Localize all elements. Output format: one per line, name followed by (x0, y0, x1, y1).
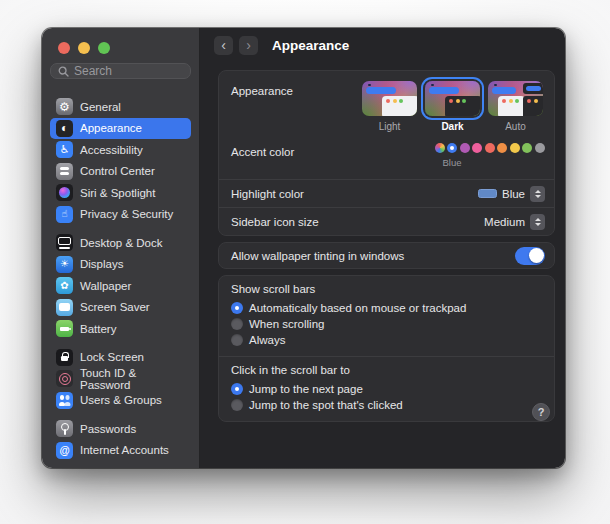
scroll-bars-group: Show scroll bars Automatically based on … (218, 275, 555, 422)
wallpaper-tinting-toggle[interactable] (515, 247, 545, 265)
sidebar-item-label: Desktop & Dock (80, 237, 162, 249)
forward-button[interactable]: › (239, 36, 258, 55)
sidebar-item-label: Internet Accounts (80, 444, 169, 456)
sidebar-item-battery[interactable]: Battery (50, 318, 191, 340)
sidebar-item-label: Privacy & Security (80, 208, 173, 220)
sidebar-item-siri-spotlight[interactable]: Siri & Spotlight (50, 182, 191, 204)
radio-button (231, 318, 243, 330)
appearance-thumbnail-auto (488, 81, 543, 116)
mini-window-light (382, 96, 417, 116)
sidebar-item-accessibility[interactable]: Accessibility (50, 139, 191, 161)
sidebar-item-users-groups[interactable]: Users & Groups (50, 390, 191, 412)
accent-swatch-green[interactable] (522, 143, 532, 153)
minimize-button[interactable] (78, 42, 90, 54)
battery-icon (56, 320, 73, 337)
sidebar-item-privacy-security[interactable]: Privacy & Security (50, 204, 191, 226)
selected-dot (450, 146, 454, 150)
scroll-click-title: Click in the scroll bar to (231, 364, 542, 376)
appearance-theme-row: Appearance LightDarkAuto (219, 71, 554, 133)
show-scroll-bars-title: Show scroll bars (231, 283, 542, 295)
zoom-button[interactable] (98, 42, 110, 54)
dot (502, 99, 506, 103)
wallpaper-tinting-label: Allow wallpaper tinting in windows (231, 250, 404, 262)
show-scroll-bars-section: Show scroll bars Automatically based on … (219, 276, 554, 356)
window-dots (527, 99, 538, 103)
accent-swatch-red[interactable] (485, 143, 495, 153)
sidebar-item-desktop-dock[interactable]: Desktop & Dock (50, 232, 191, 254)
sidebar-item-lock-screen[interactable]: Lock Screen (50, 347, 191, 369)
highlight-color-stepper[interactable] (530, 186, 545, 202)
appearance-option-auto[interactable]: Auto (488, 81, 543, 132)
sidebar-icon-size-stepper[interactable] (530, 214, 545, 230)
accent-swatch-multicolor[interactable] (435, 143, 445, 153)
highlight-color-swatch (478, 189, 497, 198)
accent-swatch-orange[interactable] (497, 143, 507, 153)
dot (386, 99, 390, 103)
dot (462, 99, 466, 103)
appearance-option-dark[interactable]: Dark (425, 81, 480, 132)
mini-window-dark (523, 96, 543, 116)
radio-button (231, 302, 243, 314)
sidebar-item-touch-id-password[interactable]: Touch ID & Password (50, 368, 191, 390)
sidebar-item-control-center[interactable]: Control Center (50, 161, 191, 183)
sidebar-item-displays[interactable]: Displays (50, 254, 191, 276)
sidebar-item-internet-accounts[interactable]: Internet Accounts (50, 440, 191, 462)
search-icon (58, 66, 69, 77)
sidebar-item-general[interactable]: General (50, 96, 191, 118)
theme-option-label: Light (362, 121, 417, 132)
search-input[interactable] (74, 64, 183, 78)
sidebar: GeneralAppearanceAccessibilityControl Ce… (42, 28, 200, 468)
appearance-thumbnail-light (362, 81, 417, 116)
close-button[interactable] (58, 42, 70, 54)
radio-option-when-scrolling[interactable]: When scrolling (231, 316, 542, 332)
search-field[interactable] (50, 63, 191, 79)
radio-option-automatically-based-on-mouse-or-trackpad[interactable]: Automatically based on mouse or trackpad (231, 300, 542, 316)
accent-swatch-graphite[interactable] (535, 143, 545, 153)
radio-option-label: Automatically based on mouse or trackpad (249, 302, 466, 314)
accent-swatch-pink[interactable] (472, 143, 482, 153)
sidebar-item-label: Passwords (80, 423, 136, 435)
back-button[interactable]: ‹ (214, 36, 233, 55)
accent-swatch-purple[interactable] (460, 143, 470, 153)
privacy-hand-icon (56, 206, 73, 223)
sidebar-item-label: Accessibility (80, 144, 143, 156)
sidebar-item-appearance[interactable]: Appearance (50, 118, 191, 140)
sidebar-item-screen-saver[interactable]: Screen Saver (50, 297, 191, 319)
accent-swatch-yellow[interactable] (510, 143, 520, 153)
show-scroll-bars-options: Automatically based on mouse or trackpad… (231, 300, 542, 348)
theme-option-label: Auto (488, 121, 543, 132)
appearance-row-label: Appearance (231, 85, 293, 97)
sidebar-item-label: Screen Saver (80, 301, 150, 313)
highlight-color-popup[interactable]: Blue (478, 186, 545, 202)
content-pane: ‹ › Appearance Appearance LightDarkAuto … (200, 28, 565, 468)
screen-saver-icon (56, 299, 73, 316)
scroll-click-options: Jump to the next pageJump to the spot th… (231, 381, 542, 413)
radio-option-always[interactable]: Always (231, 332, 542, 348)
chevron-down-icon (535, 223, 541, 226)
sidebar-item-wallpaper[interactable]: Wallpaper (50, 275, 191, 297)
radio-option-label: Jump to the spot that's clicked (249, 399, 403, 411)
menu-bar-pill (526, 86, 541, 91)
mini-window-light (498, 96, 525, 116)
users-icon (56, 392, 73, 409)
wallpaper-tinting-group: Allow wallpaper tinting in windows (218, 242, 555, 269)
sidebar-item-passwords[interactable]: Passwords (50, 418, 191, 440)
toggle-knob (529, 248, 544, 263)
page-title: Appearance (272, 38, 349, 53)
menu-dot (494, 84, 497, 87)
dot (534, 99, 538, 103)
scroll-click-section: Click in the scroll bar to Jump to the n… (219, 357, 554, 421)
touch-id-icon (56, 370, 73, 387)
radio-option-jump-to-the-next-page[interactable]: Jump to the next page (231, 381, 542, 397)
lock-icon (56, 349, 73, 366)
help-button[interactable]: ? (532, 403, 550, 421)
sidebar-icon-size-popup[interactable]: Medium (484, 214, 545, 230)
siri-orb-icon (56, 184, 73, 201)
sidebar-item-label: Battery (80, 323, 116, 335)
theme-options: LightDarkAuto (362, 81, 543, 132)
appearance-option-light[interactable]: Light (362, 81, 417, 132)
accessibility-icon (56, 141, 73, 158)
accent-swatch-blue[interactable] (447, 143, 457, 153)
radio-option-jump-to-the-spot-that-s-clicked[interactable]: Jump to the spot that's clicked (231, 397, 542, 413)
sidebar-item-label: Touch ID & Password (80, 367, 185, 391)
